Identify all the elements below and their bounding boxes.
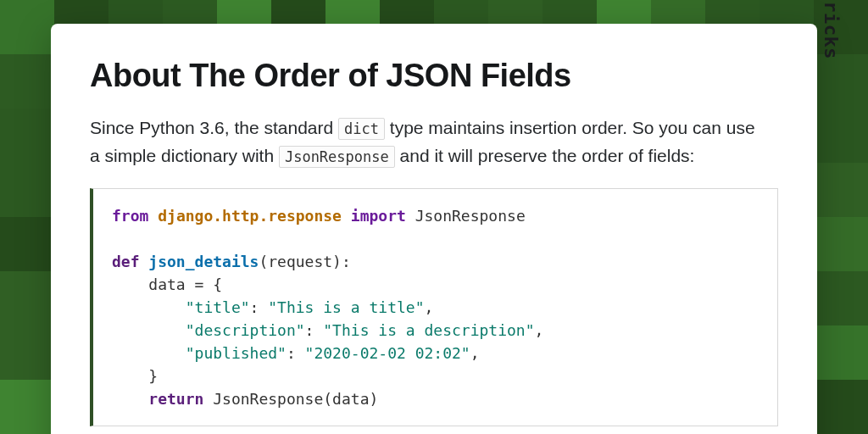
intro-text: and it will preserve the order of fields… bbox=[395, 146, 695, 165]
inline-code-jsonresponse: JsonResponse bbox=[279, 146, 395, 168]
code-punct: : bbox=[250, 298, 269, 316]
bg-tile bbox=[0, 217, 54, 271]
function-name: json_details bbox=[148, 253, 259, 270]
bg-tile bbox=[0, 326, 54, 380]
bg-tile bbox=[814, 380, 868, 434]
code-punct: , bbox=[424, 298, 433, 316]
code-line: data = { bbox=[112, 275, 222, 293]
keyword-def: def bbox=[112, 253, 140, 270]
module-path: django.http.response bbox=[158, 207, 342, 225]
string-key: "published" bbox=[186, 344, 287, 362]
bg-tile bbox=[0, 380, 54, 434]
bg-tile bbox=[814, 326, 868, 380]
bg-tile bbox=[814, 271, 868, 326]
imported-name: JsonResponse bbox=[415, 207, 526, 225]
code-block: from django.http.response import JsonRes… bbox=[90, 188, 778, 426]
string-key: "description" bbox=[186, 321, 305, 339]
intro-text: Since Python 3.6, the standard bbox=[90, 118, 338, 137]
page-title: About The Order of JSON Fields bbox=[90, 58, 778, 94]
intro-paragraph: Since Python 3.6, the standard dict type… bbox=[90, 114, 768, 170]
code-punct: , bbox=[535, 321, 544, 339]
string-value: "2020-02-02 02:02" bbox=[305, 344, 470, 362]
code-punct: : bbox=[305, 321, 324, 339]
bg-tile bbox=[0, 163, 54, 217]
string-key: "title" bbox=[186, 298, 250, 316]
return-expression: JsonResponse(data) bbox=[213, 390, 378, 408]
keyword-from: from bbox=[112, 207, 148, 225]
code-punct: , bbox=[470, 344, 480, 362]
inline-code-dict: dict bbox=[338, 118, 385, 140]
bg-tile bbox=[0, 271, 54, 326]
keyword-return: return bbox=[148, 390, 203, 408]
content-card: @DjangoTricks About The Order of JSON Fi… bbox=[51, 24, 817, 434]
string-value: "This is a description" bbox=[323, 321, 534, 339]
function-signature: (request): bbox=[259, 253, 350, 270]
bg-tile bbox=[814, 54, 868, 108]
bg-tile bbox=[814, 217, 868, 271]
bg-tile bbox=[814, 108, 868, 163]
keyword-import: import bbox=[351, 207, 406, 225]
bg-tile bbox=[814, 163, 868, 217]
bg-tile bbox=[0, 54, 54, 108]
code-punct: : bbox=[287, 344, 305, 362]
bg-tile bbox=[0, 108, 54, 163]
bg-tile bbox=[0, 0, 54, 54]
string-value: "This is a title" bbox=[268, 298, 424, 316]
code-line: } bbox=[112, 367, 158, 385]
author-handle: @DjangoTricks bbox=[821, 0, 842, 59]
